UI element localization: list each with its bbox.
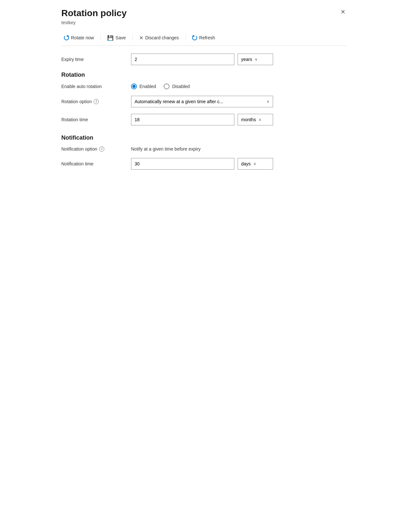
toolbar-divider-1: [100, 34, 101, 41]
expiry-unit-chevron: ∨: [255, 57, 258, 62]
rotation-time-row: Rotation time months ∨: [61, 114, 347, 125]
auto-rotation-disabled-option[interactable]: Disabled: [164, 84, 189, 89]
rotation-unit-select[interactable]: months ∨: [238, 114, 273, 125]
rotation-time-controls: months ∨: [131, 114, 347, 125]
enabled-label: Enabled: [139, 84, 156, 89]
panel-title: Rotation policy: [61, 8, 127, 19]
panel-subtitle: testkey: [61, 20, 347, 25]
expiry-time-input[interactable]: [131, 54, 234, 65]
refresh-icon: [192, 35, 197, 40]
auto-rotation-enabled-option[interactable]: Enabled: [131, 84, 156, 89]
discard-button[interactable]: ✕ Discard changes: [137, 34, 181, 42]
rotation-time-label: Rotation time: [61, 117, 126, 122]
notification-option-row: Notification option i Notify at a given …: [61, 146, 347, 152]
notification-option-controls: Notify at a given time before expiry: [131, 146, 347, 152]
discard-icon: ✕: [139, 35, 143, 41]
rotation-option-value: Automatically renew at a given time afte…: [135, 99, 223, 104]
rotation-unit-chevron: ∨: [259, 117, 261, 122]
auto-rotation-row: Enable auto rotation Enabled Disabled: [61, 84, 347, 89]
rotate-icon: [64, 35, 69, 40]
disabled-label: Disabled: [172, 84, 189, 89]
notification-section: Notification Notification option i Notif…: [61, 134, 347, 170]
rotation-option-select[interactable]: Automatically renew at a given time afte…: [131, 96, 273, 107]
notification-unit-value: days: [241, 161, 251, 166]
auto-rotation-controls: Enabled Disabled: [131, 84, 347, 89]
close-button[interactable]: ✕: [339, 8, 347, 16]
expiry-time-row: Expiry time years ∨: [61, 54, 347, 65]
save-icon: 💾: [107, 35, 114, 41]
auto-rotation-radio-group: Enabled Disabled: [131, 84, 190, 89]
expiry-unit-select[interactable]: years ∨: [238, 54, 273, 65]
refresh-label: Refresh: [199, 35, 215, 40]
save-button[interactable]: 💾 Save: [105, 34, 128, 42]
rotation-time-input[interactable]: [131, 114, 234, 125]
notification-time-row: Notification time days ∨: [61, 158, 347, 170]
expiry-time-controls: years ∨: [131, 54, 347, 65]
rotation-section: Rotation Enable auto rotation Enabled Di…: [61, 72, 347, 125]
rotation-option-label: Rotation option i: [61, 99, 126, 104]
notification-option-info-icon[interactable]: i: [99, 146, 104, 152]
rotation-heading: Rotation: [61, 72, 347, 78]
rotation-option-row: Rotation option i Automatically renew at…: [61, 96, 347, 107]
discard-label: Discard changes: [145, 35, 179, 40]
notification-unit-select[interactable]: days ∨: [238, 158, 273, 170]
toolbar: Rotate now 💾 Save ✕ Discard changes Refr…: [61, 30, 347, 46]
enabled-radio-circle[interactable]: [131, 84, 137, 89]
expiry-time-label: Expiry time: [61, 57, 126, 62]
notification-heading: Notification: [61, 134, 347, 141]
rotation-unit-value: months: [241, 117, 256, 122]
toolbar-divider-3: [185, 34, 186, 41]
rotate-now-button[interactable]: Rotate now: [61, 34, 97, 42]
notification-unit-chevron: ∨: [253, 162, 256, 166]
rotation-option-controls: Automatically renew at a given time afte…: [131, 96, 347, 107]
rotation-option-info-icon[interactable]: i: [94, 99, 99, 104]
rotate-now-label: Rotate now: [71, 35, 94, 40]
rotation-option-chevron: ∨: [267, 99, 270, 104]
notification-option-label: Notification option i: [61, 146, 126, 152]
toolbar-divider-2: [132, 34, 133, 41]
notification-time-controls: days ∨: [131, 158, 347, 170]
save-label: Save: [116, 35, 126, 40]
rotation-policy-panel: Rotation policy ✕ testkey Rotate now 💾 S…: [52, 0, 356, 186]
notification-time-input[interactable]: [131, 158, 234, 170]
refresh-button[interactable]: Refresh: [189, 34, 218, 42]
auto-rotation-label: Enable auto rotation: [61, 84, 126, 89]
notification-time-label: Notification time: [61, 161, 126, 166]
panel-header: Rotation policy ✕: [61, 8, 347, 19]
expiry-unit-value: years: [241, 57, 252, 62]
disabled-radio-circle[interactable]: [164, 84, 169, 89]
notification-option-value: Notify at a given time before expiry: [131, 146, 201, 152]
